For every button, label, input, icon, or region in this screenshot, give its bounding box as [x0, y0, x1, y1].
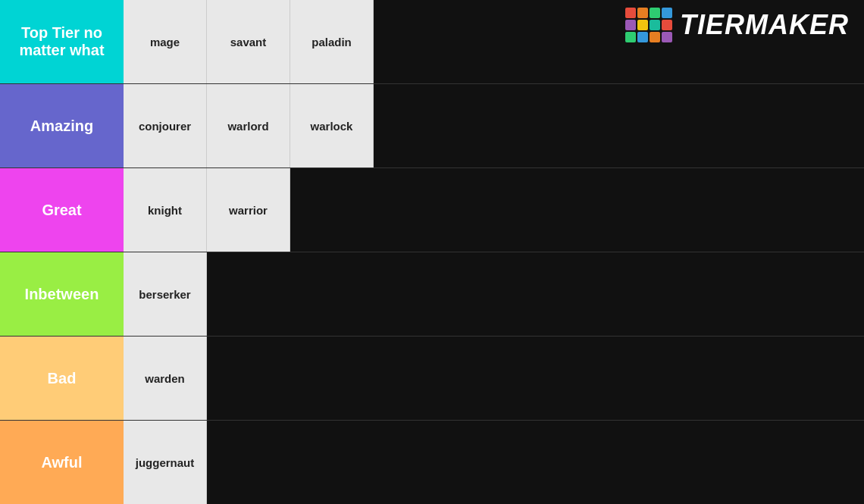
- tier-item-warrior[interactable]: warrior: [207, 168, 290, 252]
- tier-item-berserker[interactable]: berserker: [124, 252, 207, 336]
- logo-grid: [625, 8, 672, 42]
- tier-item-warlord[interactable]: warlord: [207, 84, 290, 167]
- tier-empty-awful: [207, 421, 864, 504]
- tier-label-inbetween: Inbetween: [0, 252, 124, 336]
- logo-cell: [637, 32, 648, 42]
- logo-cell: [625, 8, 636, 18]
- logo-cell: [662, 32, 672, 42]
- tier-item-mage[interactable]: mage: [124, 0, 207, 83]
- tier-empty-amazing: [374, 84, 864, 167]
- tier-empty-inbetween: [207, 252, 864, 336]
- logo-text: TiERMAKER: [680, 9, 849, 41]
- logo-cell: [637, 20, 648, 30]
- logo-cell: [650, 32, 660, 42]
- tier-item-juggernaut[interactable]: juggernaut: [124, 421, 207, 504]
- tier-empty-great: [290, 168, 864, 252]
- tier-label-amazing: Amazing: [0, 84, 124, 167]
- tier-row-bad: Badwarden: [0, 337, 864, 421]
- tier-row-awful: Awfuljuggernaut: [0, 421, 864, 504]
- tier-item-knight[interactable]: knight: [124, 168, 207, 252]
- page-wrapper: TiERMAKER Top Tier no matter whatmagesav…: [0, 0, 864, 504]
- tier-label-bad: Bad: [0, 337, 124, 420]
- tier-label-great: Great: [0, 168, 124, 252]
- tier-empty-bad: [207, 337, 864, 420]
- logo-cell: [662, 20, 672, 30]
- logo-cell: [650, 20, 660, 30]
- tier-item-paladin[interactable]: paladin: [290, 0, 374, 83]
- tier-label-top: Top Tier no matter what: [0, 0, 124, 83]
- tier-items-awful: juggernaut: [124, 421, 864, 504]
- logo-cell: [650, 8, 660, 18]
- tier-item-warlock[interactable]: warlock: [290, 84, 374, 167]
- tier-item-conjourer[interactable]: conjourer: [124, 84, 207, 167]
- tier-label-awful: Awful: [0, 421, 124, 504]
- logo-cell: [637, 8, 648, 18]
- tier-items-great: knightwarrior: [124, 168, 864, 252]
- tier-row-inbetween: Inbetweenberserker: [0, 252, 864, 337]
- tier-row-amazing: Amazingconjourerwarlordwarlock: [0, 84, 864, 168]
- tier-items-amazing: conjourerwarlordwarlock: [124, 84, 864, 167]
- logo-cell: [625, 20, 636, 30]
- header: TiERMAKER: [625, 8, 849, 42]
- tier-row-great: Greatknightwarrior: [0, 168, 864, 252]
- tier-items-inbetween: berserker: [124, 252, 864, 336]
- tier-item-savant[interactable]: savant: [207, 0, 290, 83]
- tier-item-warden[interactable]: warden: [124, 337, 207, 420]
- logo-cell: [625, 32, 636, 42]
- tier-items-bad: warden: [124, 337, 864, 420]
- logo-cell: [662, 8, 672, 18]
- tier-table: Top Tier no matter whatmagesavantpaladin…: [0, 0, 864, 504]
